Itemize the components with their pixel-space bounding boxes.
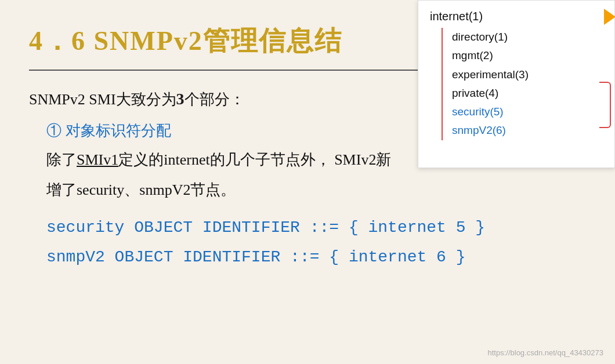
smiv1-underline: SMIv1: [77, 151, 118, 168]
intro-text-before: SNMPv2 SMI大致分为: [29, 91, 176, 108]
watermark: https://blog.csdn.net/qq_43430273: [488, 348, 604, 357]
right-brace-decoration: [599, 82, 611, 128]
tree-child-security: security(5): [452, 103, 603, 121]
bold-number: 3: [176, 90, 184, 108]
intro-text-after: 个部分：: [184, 91, 245, 108]
code-line-security: security OBJECT IDENTIFIER ::= { interne…: [46, 213, 586, 242]
main-content: internet(1) directory(1) mgmt(2) experim…: [0, 0, 615, 289]
tree-root-label: internet(1): [430, 10, 603, 23]
tree-children: directory(1) mgmt(2) experimental(3) pri…: [442, 28, 603, 140]
desc-after-underline: 定义的internet的几个子节点外， SMIv2新: [118, 151, 391, 168]
tree-child-private: private(4): [452, 84, 603, 103]
tree-child-mgmt: mgmt(2): [452, 46, 603, 65]
desc-before-underline: 除了: [46, 151, 77, 168]
code-block: security OBJECT IDENTIFIER ::= { interne…: [46, 213, 586, 272]
tree-child-snmpv2: snmpV2(6): [452, 121, 603, 140]
code-line-snmpv2: snmpV2 OBJECT IDENTIFIER ::= { internet …: [46, 243, 586, 272]
triangle-pointer-icon: [604, 9, 615, 25]
tree-diagram: internet(1) directory(1) mgmt(2) experim…: [418, 0, 615, 168]
tree-child-experimental: experimental(3): [452, 65, 603, 84]
tree-child-directory: directory(1): [452, 28, 603, 46]
desc-line-2: 增了security、snmpV2节点。: [46, 178, 586, 202]
